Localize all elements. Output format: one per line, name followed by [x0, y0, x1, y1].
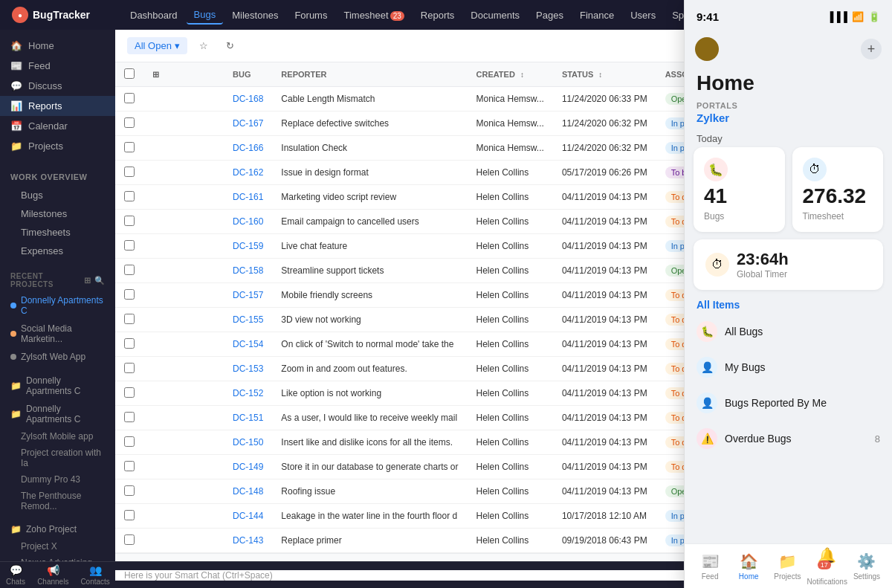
row-timer-icon[interactable]: ⏱ — [201, 436, 215, 449]
row-checkbox[interactable] — [124, 363, 135, 373]
sidebar-item-calendar[interactable]: 📅 Calendar — [0, 116, 115, 136]
row-comment-icon[interactable]: 💬 — [152, 117, 166, 130]
row-title[interactable]: Issue in design format — [272, 161, 467, 185]
row-checkbox[interactable] — [124, 338, 135, 349]
row-checkbox[interactable] — [124, 534, 135, 545]
nav-forums[interactable]: Forums — [287, 7, 334, 24]
sidebar-item-projects[interactable]: 📁 Projects — [0, 136, 115, 156]
row-timer-icon[interactable]: ⏱ — [201, 166, 215, 179]
mobile-list-all-bugs[interactable]: 🐛 All Bugs — [685, 314, 892, 349]
row-link-icon[interactable]: 🔗 — [185, 436, 198, 449]
nav-pages[interactable]: Pages — [529, 7, 571, 24]
row-edit-icon[interactable]: ✏ — [169, 92, 182, 106]
sidebar-item-reports[interactable]: 📊 Reports — [0, 96, 115, 116]
sidebar-sub-zylsoft[interactable]: Zylsoft Mobile app — [0, 428, 115, 445]
row-link-icon[interactable]: 🔗 — [185, 190, 198, 204]
sidebar-project-x[interactable]: Project X — [0, 538, 115, 555]
nav-timesheet[interactable]: Timesheet23 — [336, 7, 411, 24]
row-comment-icon[interactable]: 💬 — [152, 313, 166, 326]
mobile-nav-home[interactable]: 🏠 Home — [729, 548, 768, 562]
row-timer-icon[interactable]: ⏱ — [201, 362, 215, 375]
sidebar-sub-project-creation[interactable]: Project creation with Ia — [0, 445, 115, 471]
nav-dashboard[interactable]: Dashboard — [123, 7, 185, 24]
row-edit-icon[interactable]: ✏ — [169, 362, 182, 375]
sidebar-project-donnelly-2[interactable]: 📁 Donnelly Apartments C — [0, 372, 115, 400]
row-title[interactable]: Leakage in the water line in the fourth … — [272, 504, 467, 529]
row-title[interactable]: Cable Length Mismatch — [272, 87, 467, 112]
sidebar-nexus[interactable]: Nexus Advertising Age... — [0, 555, 115, 561]
sidebar-work-bugs[interactable]: Bugs — [0, 186, 115, 204]
row-checkbox[interactable] — [124, 240, 135, 251]
row-edit-icon[interactable]: ✏ — [169, 436, 182, 449]
nav-documents[interactable]: Documents — [463, 7, 527, 24]
row-comment-icon[interactable]: 💬 — [152, 509, 166, 523]
row-checkbox[interactable] — [124, 289, 135, 300]
sidebar-work-milestones[interactable]: Milestones — [0, 204, 115, 223]
col-header-created[interactable]: CREATED ↕ — [468, 62, 553, 87]
row-checkbox[interactable] — [124, 461, 135, 471]
row-link-icon[interactable]: 🔗 — [185, 288, 198, 302]
mobile-timesheet-card[interactable]: ⏱ 276.32 Timesheet — [792, 147, 884, 232]
mobile-nav-notifications[interactable]: 🔔 17 Notifications — [807, 542, 847, 561]
row-link-icon[interactable]: 🔗 — [185, 141, 198, 155]
row-timer-icon[interactable]: ⏱ — [201, 215, 215, 228]
row-link-icon[interactable]: 🔗 — [185, 387, 198, 400]
row-comment-icon[interactable]: 💬 — [152, 337, 166, 351]
row-comment-icon[interactable]: 💬 — [152, 411, 166, 424]
row-checkbox[interactable] — [124, 387, 135, 398]
row-edit-icon[interactable]: ✏ — [169, 215, 182, 228]
row-comment-icon[interactable]: 💬 — [152, 264, 166, 277]
row-title[interactable]: Store it in our database to generate cha… — [272, 455, 467, 479]
sidebar-project-social-media[interactable]: Social Media Marketin... — [0, 320, 115, 348]
mobile-timer-card[interactable]: ⏱ 23:64h Global Timer — [694, 239, 883, 290]
row-checkbox[interactable] — [124, 436, 135, 447]
nav-bugs[interactable]: Bugs — [187, 6, 224, 25]
row-checkbox[interactable] — [124, 216, 135, 226]
row-link-icon[interactable]: 🔗 — [185, 215, 198, 228]
row-comment-icon[interactable]: 💬 — [152, 239, 166, 253]
nav-reports[interactable]: Reports — [413, 7, 462, 24]
row-checkbox[interactable] — [124, 117, 135, 128]
row-timer-icon[interactable]: ⏱ — [201, 190, 215, 204]
row-title[interactable]: Zoom in and zoom out features. — [272, 357, 467, 381]
row-checkbox[interactable] — [124, 142, 135, 152]
row-title[interactable]: Mobile friendly screens — [272, 283, 467, 308]
row-link-icon[interactable]: 🔗 — [185, 239, 198, 253]
row-link-icon[interactable]: 🔗 — [185, 362, 198, 375]
row-edit-icon[interactable]: ✏ — [169, 534, 182, 547]
row-title[interactable]: Insulation Check — [272, 136, 467, 161]
mobile-add-button[interactable]: + — [861, 39, 882, 59]
mobile-list-bugs-reported[interactable]: 👤 Bugs Reported By Me — [685, 385, 892, 421]
row-title[interactable]: Replace defective switches — [272, 112, 467, 136]
row-timer-icon[interactable]: ⏱ — [201, 141, 215, 155]
row-timer-icon[interactable]: ⏱ — [201, 337, 215, 351]
row-timer-icon[interactable]: ⏱ — [201, 460, 215, 474]
row-edit-icon[interactable]: ✏ — [169, 141, 182, 155]
row-timer-icon[interactable]: ⏱ — [201, 534, 215, 547]
mobile-nav-projects[interactable]: 📁 Projects — [768, 548, 807, 562]
row-edit-icon[interactable]: ✏ — [169, 337, 182, 351]
row-title[interactable]: Live chat feature — [272, 234, 467, 259]
mobile-avatar[interactable] — [695, 37, 719, 61]
row-timer-icon[interactable]: ⏱ — [201, 509, 215, 523]
row-title[interactable]: Email campaign to cancelled users — [272, 210, 467, 234]
all-items-title[interactable]: All Items — [697, 299, 880, 311]
sidebar-work-timesheets[interactable]: Timesheets — [0, 223, 115, 242]
row-edit-icon[interactable]: ✏ — [169, 411, 182, 424]
star-icon-btn[interactable]: ☆ — [193, 36, 214, 56]
mobile-nav-feed[interactable]: 📰 Feed — [691, 548, 729, 562]
row-edit-icon[interactable]: ✏ — [169, 166, 182, 179]
all-open-button[interactable]: All Open ▾ — [127, 37, 187, 54]
row-checkbox[interactable] — [124, 412, 135, 422]
row-timer-icon[interactable]: ⏱ — [201, 264, 215, 277]
row-comment-icon[interactable]: 💬 — [152, 92, 166, 106]
nav-milestones[interactable]: Milestones — [224, 7, 285, 24]
grid-icon[interactable]: ⊞ — [84, 276, 91, 285]
row-link-icon[interactable]: 🔗 — [185, 264, 198, 277]
row-comment-icon[interactable]: 💬 — [152, 166, 166, 179]
row-link-icon[interactable]: 🔗 — [185, 313, 198, 326]
row-link-icon[interactable]: 🔗 — [185, 166, 198, 179]
row-title[interactable]: Marketing video script review — [272, 185, 467, 210]
row-timer-icon[interactable]: ⏱ — [201, 387, 215, 400]
sidebar-sub-dummy[interactable]: Dummy Pro 43 — [0, 471, 115, 488]
